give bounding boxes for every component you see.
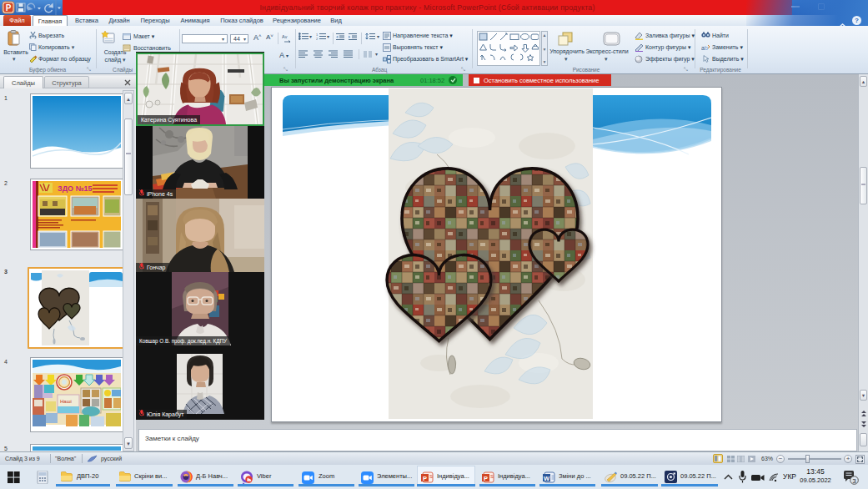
svg-text:P: P (423, 475, 427, 482)
svg-text:S: S (490, 474, 494, 479)
svg-text:ЗДО №15: ЗДО №15 (58, 184, 93, 193)
svg-text:S: S (429, 474, 433, 479)
svg-text:ᴬᵛ: ᴬᵛ (282, 34, 288, 42)
svg-text:W: W (544, 475, 550, 482)
svg-text:P: P (484, 475, 488, 482)
svg-text:Наші: Наші (60, 399, 72, 404)
svg-text:2: 2 (316, 37, 319, 40)
svg-text:P: P (6, 3, 12, 13)
svg-text:3: 3 (852, 477, 856, 485)
svg-text:ab: ab (701, 45, 708, 51)
